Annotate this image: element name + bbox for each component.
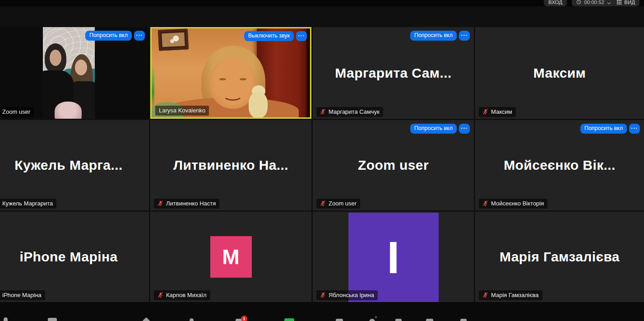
participant-name-tag: Кужель Маргарита [0, 199, 56, 209]
login-button[interactable]: ВХОД [544, 0, 567, 6]
top-bar: ВХОД 00:00:52 ВИД [0, 0, 644, 6]
view-button[interactable]: ВИД [612, 0, 639, 6]
participant-name-tag: Larysa Kovalenko [155, 106, 209, 116]
ask-unmute-button[interactable]: Попросить вкл [410, 124, 457, 134]
zoom-meeting-window: ВХОД 00:00:52 ВИД [0, 0, 644, 321]
more-options-button[interactable]: ··· [296, 31, 307, 41]
participant-tile[interactable]: Zoom user Попросить вкл ··· Zoom user [313, 120, 474, 210]
microphone-icon[interactable] [4, 317, 8, 321]
more-icon[interactable] [460, 319, 467, 321]
display-name: iPhone Маріна [0, 212, 149, 302]
video-camera-icon[interactable] [48, 318, 57, 321]
display-name: Максим [475, 27, 644, 119]
record-icon[interactable] [336, 319, 343, 321]
muted-mic-icon [158, 292, 163, 298]
view-label: ВИД [624, 0, 635, 5]
muted-mic-icon [320, 109, 326, 115]
participant-tile[interactable]: Литвиненко На... Литвиненко Настя [150, 120, 311, 210]
apps-icon[interactable] [395, 319, 402, 321]
avatar: М [210, 236, 252, 278]
participant-tile[interactable]: М Карпов Михаїл [150, 212, 311, 302]
whiteboard-icon[interactable] [426, 319, 433, 321]
muted-mic-icon [482, 292, 488, 298]
more-options-button[interactable]: ··· [459, 124, 470, 134]
picture-frame [158, 28, 189, 51]
display-name: Маргарита Сам... [313, 27, 474, 119]
participant-tile[interactable]: Марія Гамзалієва Марія Гамзалієва [475, 212, 644, 302]
participant-tile[interactable]: І Яблонська Ірина [313, 212, 474, 302]
more-options-button[interactable]: ··· [459, 31, 470, 41]
participant-tile-active-speaker[interactable]: Выключить звук ··· Larysa Kovalenko [150, 27, 311, 119]
participant-name-tag: Мойсеєнко Вікторія [479, 199, 547, 209]
hand-palm [55, 102, 82, 119]
participant-name-tag: Zoom user [0, 107, 34, 117]
mute-button[interactable]: Выключить звук [244, 31, 294, 41]
avatar: І [348, 213, 439, 302]
ask-unmute-button[interactable]: Попросить вкл [580, 124, 627, 134]
plus-icon: + [375, 316, 378, 319]
ask-unmute-button[interactable]: Попросить вкл [410, 31, 457, 41]
meeting-toolbar: 1 + [0, 302, 644, 321]
participant-tile[interactable]: Кужель Марга... Кужель Маргарита [0, 120, 149, 210]
more-options-button[interactable]: ··· [134, 31, 145, 41]
participant-name-tag: Маргарита Самчук [316, 107, 383, 117]
ask-unmute-button[interactable]: Попросить вкл [85, 31, 132, 41]
display-name: Литвиненко На... [150, 120, 311, 210]
avatar-letter: І [387, 232, 400, 284]
muted-mic-icon [482, 109, 488, 115]
chevron-down-icon [607, 2, 611, 5]
meeting-timer[interactable]: 00:00:52 [572, 0, 616, 6]
more-options-button[interactable]: ··· [629, 124, 640, 134]
video-blonde-woman-room [152, 28, 310, 117]
display-name: Мойсеєнко Вік... [475, 120, 644, 210]
video-two-women [43, 27, 95, 119]
participant-tile[interactable]: Маргарита Сам... Попросить вкл ··· Марга… [313, 27, 474, 119]
participants-icon[interactable] [190, 318, 194, 321]
security-icon[interactable] [143, 317, 150, 321]
participant-name-tag: Марія Гамзалієва [479, 290, 542, 300]
participant-tile[interactable]: Максим Максим [475, 27, 644, 119]
gallery-grid-icon [617, 0, 621, 5]
participant-name-tag: iPhone Маріна [0, 290, 45, 300]
participant-name-tag: Максим [479, 107, 516, 117]
clock-icon [576, 0, 581, 5]
muted-mic-icon [320, 292, 326, 298]
display-name: Марія Гамзалієва [475, 212, 644, 302]
participant-name-tag: Яблонська Ірина [316, 290, 378, 300]
participant-name-tag: Карпов Михаїл [154, 290, 210, 300]
participant-tile[interactable]: Мойсеєнко Вік... Попросить вкл ··· Мойсе… [475, 120, 644, 210]
muted-mic-icon [320, 200, 326, 206]
muted-mic-icon [482, 200, 488, 206]
participant-name-tag: Литвиненко Настя [154, 199, 219, 209]
participant-tile[interactable]: iPhone Маріна iPhone Маріна [0, 212, 149, 302]
participant-name-tag: Zoom user [316, 199, 360, 209]
share-screen-icon[interactable] [284, 318, 294, 321]
participant-tile[interactable]: Попросить вкл ··· Zoom user [0, 27, 149, 119]
chat-badge: 1 [241, 316, 247, 321]
display-name: Кужель Марга... [0, 120, 149, 210]
avatar-letter: М [222, 245, 239, 269]
display-name: Zoom user [313, 120, 474, 210]
login-label: ВХОД [548, 0, 562, 5]
timer-value: 00:00:52 [584, 0, 604, 5]
teddy-bear [249, 92, 268, 117]
muted-mic-icon [158, 200, 163, 206]
